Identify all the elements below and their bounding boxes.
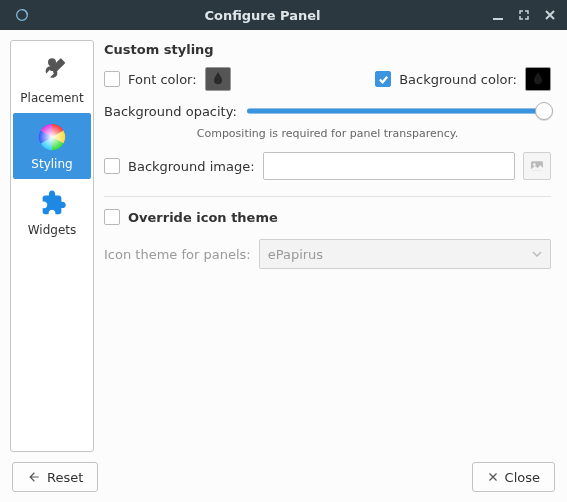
svg-rect-1 bbox=[493, 18, 503, 20]
minimize-button[interactable] bbox=[489, 6, 507, 24]
close-window-button[interactable] bbox=[541, 6, 559, 24]
background-image-checkbox[interactable] bbox=[104, 158, 120, 174]
sidebar-item-styling[interactable]: Styling bbox=[13, 113, 91, 179]
color-row: Font color: Background color: bbox=[104, 67, 551, 91]
close-button-label: Close bbox=[505, 470, 540, 485]
color-wheel-icon bbox=[36, 121, 68, 153]
background-opacity-slider[interactable] bbox=[247, 101, 551, 121]
background-opacity-label: Background opacity: bbox=[104, 104, 237, 119]
icon-theme-select: ePapirus bbox=[259, 239, 551, 269]
main-row: Placement bbox=[10, 40, 557, 452]
window-title: Configure Panel bbox=[36, 8, 489, 23]
titlebar: Configure Panel bbox=[0, 0, 567, 30]
svg-rect-3 bbox=[50, 64, 54, 72]
wrench-icon bbox=[36, 55, 68, 87]
close-icon bbox=[487, 471, 499, 483]
slider-thumb[interactable] bbox=[535, 102, 553, 120]
background-color-swatch[interactable] bbox=[525, 67, 551, 91]
reset-icon bbox=[27, 470, 41, 484]
svg-point-6 bbox=[533, 163, 536, 166]
background-image-input[interactable] bbox=[263, 152, 515, 180]
icon-theme-value: ePapirus bbox=[268, 247, 323, 262]
override-icon-theme-checkbox[interactable] bbox=[104, 209, 120, 225]
reset-button-label: Reset bbox=[47, 470, 83, 485]
sidebar-item-label: Styling bbox=[31, 157, 72, 171]
sidebar: Placement bbox=[10, 40, 94, 452]
sidebar-item-placement[interactable]: Placement bbox=[13, 47, 91, 113]
svg-point-4 bbox=[39, 124, 65, 150]
font-color-label: Font color: bbox=[128, 72, 197, 87]
background-image-browse-button[interactable] bbox=[523, 152, 551, 180]
background-image-label: Background image: bbox=[128, 159, 255, 174]
sidebar-item-widgets[interactable]: Widgets bbox=[13, 179, 91, 245]
icon-theme-row: Icon theme for panels: ePapirus bbox=[104, 239, 551, 269]
sidebar-item-label: Placement bbox=[20, 91, 83, 105]
app-icon bbox=[8, 7, 36, 23]
client-area: Placement bbox=[0, 30, 567, 502]
close-button[interactable]: Close bbox=[472, 462, 555, 492]
separator bbox=[104, 196, 551, 197]
background-color-checkbox[interactable] bbox=[375, 71, 391, 87]
compositing-hint: Compositing is required for panel transp… bbox=[104, 127, 551, 140]
reset-button[interactable]: Reset bbox=[12, 462, 98, 492]
sidebar-item-label: Widgets bbox=[28, 223, 77, 237]
font-color-swatch[interactable] bbox=[205, 67, 231, 91]
section-title-custom-styling: Custom styling bbox=[104, 42, 551, 57]
opacity-row: Background opacity: bbox=[104, 101, 551, 121]
override-icon-theme-row: Override icon theme bbox=[104, 209, 551, 225]
font-color-checkbox[interactable] bbox=[104, 71, 120, 87]
chevron-down-icon bbox=[532, 249, 542, 259]
icon-theme-label: Icon theme for panels: bbox=[104, 247, 251, 262]
styling-panel: Custom styling Font color: Background co… bbox=[102, 40, 557, 452]
footer: Reset Close bbox=[10, 462, 557, 492]
puzzle-icon bbox=[36, 187, 68, 219]
maximize-button[interactable] bbox=[515, 6, 533, 24]
background-color-label: Background color: bbox=[399, 72, 517, 87]
background-image-row: Background image: bbox=[104, 152, 551, 180]
override-icon-theme-label: Override icon theme bbox=[128, 210, 278, 225]
